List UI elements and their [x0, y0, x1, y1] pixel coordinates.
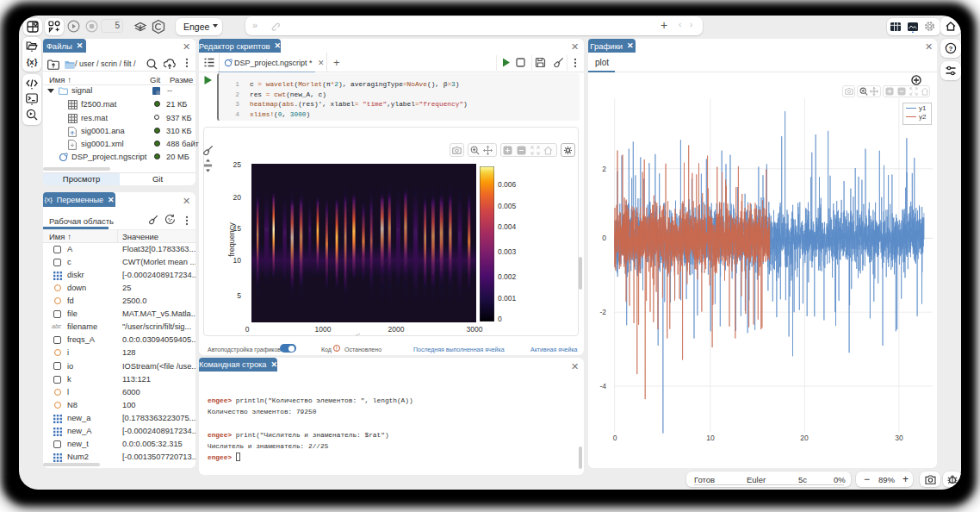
- svg-text:?: ?: [949, 45, 953, 53]
- svg-text:{x}: {x}: [27, 57, 38, 66]
